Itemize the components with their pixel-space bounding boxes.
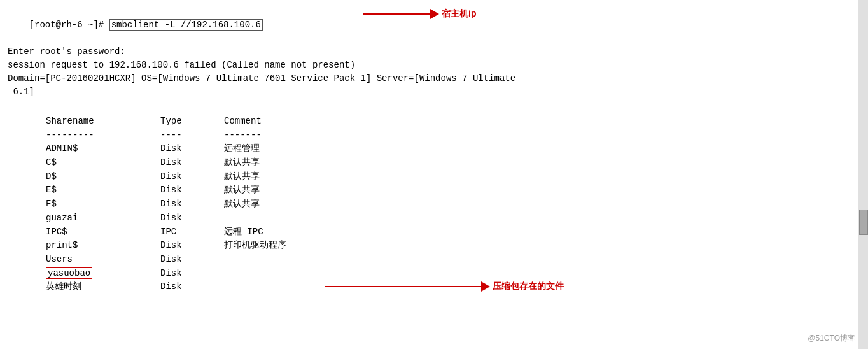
share-type-cell: Disk (160, 156, 224, 170)
share-type-cell: Disk (160, 267, 224, 281)
share-type-cell: Disk (160, 253, 224, 267)
col-sharename-header: Sharename (46, 115, 160, 129)
share-name-cell: print$ (46, 239, 160, 253)
share-table: Sharename Type Comment --------- ---- --… (8, 115, 860, 294)
output-line-5 (8, 99, 860, 112)
output-line-1: Enter root's password: (8, 45, 860, 59)
scrollbar[interactable] (858, 0, 868, 349)
share-type-cell: Disk (160, 183, 224, 197)
host-ip-label: 宿主机ip (442, 8, 476, 20)
sep-name: --------- (46, 129, 160, 143)
arrow-host-ip-icon (363, 8, 439, 20)
share-comment-cell: 默认共享 (224, 197, 415, 211)
share-name-cell: C$ (46, 156, 160, 170)
share-comment-cell: 默认共享 (224, 170, 415, 184)
table-rows-container: ADMIN$Disk远程管理C$Disk默认共享D$Disk默认共享E$Disk… (46, 142, 860, 294)
scrollbar-thumb[interactable] (859, 210, 868, 235)
output-line-3: Domain=[PC-20160201HCXR] OS=[Windows 7 U… (8, 72, 860, 85)
share-type-cell: Disk (160, 170, 224, 184)
table-row: D$Disk默认共享 (46, 170, 860, 184)
share-type-cell: Disk (160, 197, 224, 211)
table-row: UsersDisk (46, 253, 860, 267)
table-header: Sharename Type Comment (46, 115, 860, 129)
table-row: yasuobaoDisk (46, 267, 860, 281)
table-row: C$Disk默认共享 (46, 156, 860, 170)
annotation-host-ip: 宿主机ip (363, 8, 476, 20)
share-name-cell: Users (46, 253, 160, 267)
share-type-cell: Disk (160, 239, 224, 253)
table-row: IPC$IPC远程 IPC (46, 225, 860, 239)
share-name-cell: 英雄时刻 (46, 280, 160, 294)
table-row: E$Disk默认共享 (46, 183, 860, 197)
sep-comment: ------- (224, 129, 415, 143)
share-comment-cell (224, 211, 415, 225)
share-comment-cell: 远程管理 (224, 142, 415, 156)
share-comment-cell: 远程 IPC (224, 225, 415, 239)
output-line-4: 6.1] (8, 85, 860, 99)
highlight-yasuobao: yasuobao (46, 267, 92, 279)
output-line-2: session request to 192.168.100.6 failed … (8, 59, 860, 72)
share-type-cell: Disk (160, 280, 224, 294)
table-row: guazaiDisk (46, 211, 860, 225)
table-separator: --------- ---- ------- (46, 129, 860, 143)
share-comment-cell: 打印机驱动程序 (224, 239, 415, 253)
share-name-cell: guazai (46, 211, 160, 225)
share-type-cell: Disk (160, 142, 224, 156)
share-name-cell: D$ (46, 170, 160, 184)
share-type-cell: Disk (160, 211, 224, 225)
watermark: @51CTO博客 (808, 333, 855, 344)
command-box: smbclient -L //192.168.100.6 (109, 19, 263, 31)
share-comment-cell: 默认共享 (224, 156, 415, 170)
share-name-cell: ADMIN$ (46, 142, 160, 156)
zip-label: 压缩包存在的文件 (493, 281, 564, 292)
col-comment-header: Comment (224, 115, 415, 129)
share-type-cell: IPC (160, 225, 224, 239)
table-row: ADMIN$Disk远程管理 (46, 142, 860, 156)
share-name-cell: E$ (46, 183, 160, 197)
share-name-cell: F$ (46, 197, 160, 211)
sep-type: ---- (160, 129, 224, 143)
share-comment-cell: 默认共享 (224, 183, 415, 197)
col-type-header: Type (160, 115, 224, 129)
table-row: F$Disk默认共享 (46, 197, 860, 211)
share-name-cell: yasuobao (46, 267, 160, 281)
arrow-zip-icon (325, 280, 490, 293)
terminal: [root@rh-6 ~]# smbclient -L //192.168.10… (0, 0, 868, 349)
prompt: [root@rh-6 ~]# (29, 20, 109, 30)
share-comment-cell (224, 253, 415, 267)
annotation-zip: 压缩包存在的文件 (325, 280, 564, 293)
share-name-cell: IPC$ (46, 225, 160, 239)
table-row: print$Disk打印机驱动程序 (46, 239, 860, 253)
share-comment-cell (224, 267, 415, 281)
